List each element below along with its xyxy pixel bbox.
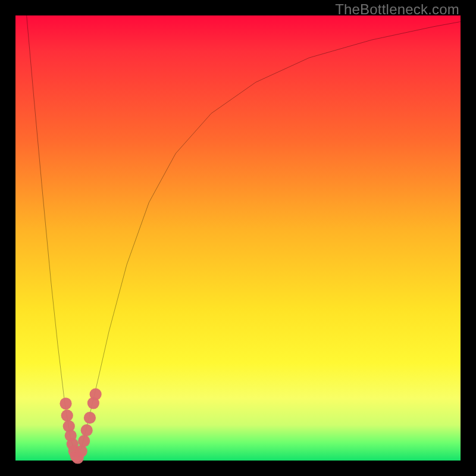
scatter-dot <box>60 397 71 409</box>
scatter-dot <box>61 409 73 421</box>
chart-overlay <box>15 15 461 461</box>
scatter-group <box>60 388 101 464</box>
scatter-dot <box>84 412 96 424</box>
scatter-dot <box>81 424 93 436</box>
left-descent-path <box>27 15 78 458</box>
scatter-dot <box>78 435 90 447</box>
scatter-dot <box>90 388 102 400</box>
chart-frame: TheBottleneck.com <box>0 0 476 476</box>
right-ascent-path <box>78 21 461 458</box>
scatter-dot <box>76 445 87 457</box>
